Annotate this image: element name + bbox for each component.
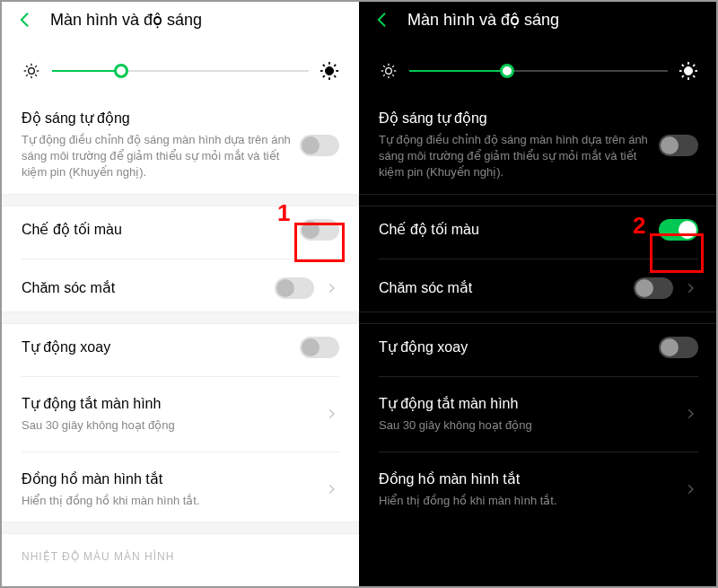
auto-off-row[interactable]: Tự động tắt màn hình Sau 30 giây không h…	[359, 382, 718, 446]
brightness-low-icon	[22, 61, 41, 81]
aod-title: Đồng hồ màn hình tắt	[22, 470, 314, 487]
header: Màn hình và độ sáng	[2, 2, 359, 36]
auto-brightness-row: Độ sáng tự động Tự động điều chỉnh độ sá…	[2, 97, 359, 194]
dark-mode-row: Chế độ tối màu	[2, 206, 359, 253]
svg-line-5	[26, 66, 28, 67]
divider	[22, 376, 339, 377]
back-button[interactable]	[14, 9, 36, 31]
svg-line-34	[682, 75, 684, 77]
divider	[379, 452, 698, 452]
divider	[379, 376, 698, 377]
svg-line-35	[693, 65, 695, 66]
auto-brightness-desc: Tự động điều chỉnh độ sáng màn hình dựa …	[379, 132, 650, 181]
svg-line-33	[693, 75, 695, 77]
section-gap	[359, 194, 718, 206]
dark-mode-panel: Màn hình và độ sáng Độ sáng tự động Tự đ…	[359, 2, 718, 586]
auto-off-title: Tự động tắt màn hình	[22, 395, 314, 412]
brightness-slider-row	[2, 36, 359, 97]
svg-line-32	[682, 65, 684, 66]
comparison-container: Màn hình và độ sáng Độ sáng tự động Tự đ…	[0, 0, 718, 588]
section-gap	[2, 194, 359, 206]
chevron-right-icon	[323, 406, 339, 422]
svg-line-6	[35, 75, 37, 76]
svg-line-15	[334, 75, 336, 77]
chevron-right-icon	[682, 280, 698, 296]
svg-line-8	[35, 66, 37, 67]
page-title: Màn hình và độ sáng	[50, 10, 202, 30]
chevron-right-icon	[323, 280, 339, 296]
svg-line-7	[26, 75, 28, 76]
dark-mode-title: Chế độ tối màu	[379, 221, 650, 238]
svg-line-17	[334, 65, 336, 66]
dark-mode-toggle[interactable]	[659, 219, 698, 241]
svg-point-9	[325, 66, 333, 75]
eye-care-title: Chăm sóc mắt	[22, 279, 266, 296]
brightness-slider-row	[359, 36, 718, 97]
color-temp-label: NHIỆT ĐỘ MÀU MÀN HÌNH	[2, 534, 359, 563]
chevron-right-icon	[682, 481, 698, 497]
auto-off-row[interactable]: Tự động tắt màn hình Sau 30 giây không h…	[2, 382, 359, 446]
auto-brightness-desc: Tự động điều chỉnh độ sáng màn hình dựa …	[22, 132, 291, 181]
eye-care-toggle[interactable]	[634, 277, 673, 299]
aod-row[interactable]: Đồng hồ màn hình tắt Hiển thị đồng hồ kh…	[359, 458, 718, 522]
brightness-high-icon	[320, 61, 339, 81]
auto-brightness-toggle[interactable]	[300, 135, 339, 156]
chevron-right-icon	[323, 481, 339, 497]
eye-care-toggle[interactable]	[275, 277, 314, 299]
page-title: Màn hình và độ sáng	[407, 10, 559, 30]
auto-off-sub: Sau 30 giây không hoạt động	[379, 417, 673, 434]
brightness-slider[interactable]	[409, 62, 668, 80]
auto-brightness-title: Độ sáng tự động	[22, 110, 291, 127]
auto-brightness-row: Độ sáng tự động Tự động điều chỉnh độ sá…	[359, 97, 718, 194]
brightness-low-icon	[379, 61, 398, 81]
dark-mode-row: Chế độ tối màu	[359, 206, 718, 253]
dark-mode-toggle[interactable]	[300, 219, 339, 241]
eye-care-row[interactable]: Chăm sóc mắt	[359, 265, 718, 312]
svg-line-23	[383, 66, 385, 67]
eye-care-row[interactable]: Chăm sóc mắt	[2, 265, 359, 312]
svg-point-0	[29, 68, 35, 75]
svg-line-25	[383, 75, 385, 76]
divider	[22, 259, 339, 259]
chevron-right-icon	[682, 406, 698, 422]
svg-point-27	[684, 66, 692, 75]
back-button[interactable]	[372, 9, 393, 31]
aod-sub: Hiển thị đồng hồ khi màn hình tắt.	[379, 493, 673, 509]
section-gap	[2, 522, 359, 534]
svg-line-24	[392, 75, 394, 76]
svg-line-26	[392, 66, 394, 67]
auto-rotate-toggle[interactable]	[300, 337, 339, 358]
dark-mode-title: Chế độ tối màu	[22, 221, 291, 238]
light-mode-panel: Màn hình và độ sáng Độ sáng tự động Tự đ…	[2, 2, 359, 586]
header: Màn hình và độ sáng	[359, 2, 718, 36]
aod-row[interactable]: Đồng hồ màn hình tắt Hiển thị đồng hồ kh…	[2, 458, 359, 522]
auto-off-sub: Sau 30 giây không hoạt động	[22, 417, 314, 434]
auto-rotate-toggle[interactable]	[659, 337, 698, 358]
auto-off-title: Tự động tắt màn hình	[379, 395, 673, 412]
brightness-high-icon	[679, 61, 698, 81]
svg-point-18	[386, 68, 392, 75]
divider	[22, 452, 339, 452]
auto-rotate-title: Tự động xoay	[22, 338, 291, 355]
svg-line-14	[323, 65, 325, 66]
auto-rotate-row: Tự động xoay	[2, 324, 359, 371]
auto-brightness-toggle[interactable]	[659, 135, 698, 156]
aod-title: Đồng hồ màn hình tắt	[379, 470, 673, 487]
section-gap	[359, 312, 718, 324]
eye-care-title: Chăm sóc mắt	[379, 279, 625, 296]
divider	[379, 259, 698, 259]
section-gap	[2, 312, 359, 324]
aod-sub: Hiển thị đồng hồ khi màn hình tắt.	[22, 493, 314, 509]
auto-brightness-title: Độ sáng tự động	[379, 110, 650, 127]
auto-rotate-title: Tự động xoay	[379, 338, 650, 355]
brightness-slider[interactable]	[52, 62, 309, 80]
svg-line-16	[323, 75, 325, 77]
auto-rotate-row: Tự động xoay	[359, 324, 718, 371]
